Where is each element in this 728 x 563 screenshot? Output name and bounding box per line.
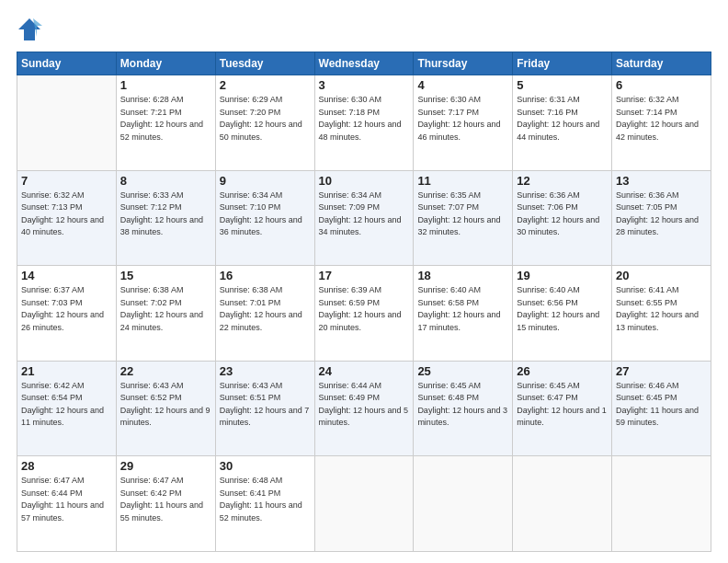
day-info: Sunrise: 6:40 AMSunset: 6:56 PMDaylight:… xyxy=(517,284,608,334)
day-cell: 1Sunrise: 6:28 AMSunset: 7:21 PMDaylight… xyxy=(116,75,215,171)
day-cell xyxy=(17,75,117,171)
day-cell: 6Sunrise: 6:32 AMSunset: 7:14 PMDaylight… xyxy=(612,75,711,171)
day-cell: 17Sunrise: 6:39 AMSunset: 6:59 PMDayligh… xyxy=(314,266,414,362)
week-row-4: 21Sunrise: 6:42 AMSunset: 6:54 PMDayligh… xyxy=(17,361,711,456)
day-cell: 18Sunrise: 6:40 AMSunset: 6:58 PMDayligh… xyxy=(414,266,513,362)
week-row-3: 14Sunrise: 6:37 AMSunset: 7:03 PMDayligh… xyxy=(17,266,711,362)
day-info: Sunrise: 6:30 AMSunset: 7:17 PMDaylight:… xyxy=(417,94,508,144)
day-cell: 28Sunrise: 6:47 AMSunset: 6:44 PMDayligh… xyxy=(17,456,117,552)
day-number: 23 xyxy=(220,364,311,378)
logo-icon xyxy=(17,17,42,42)
day-number: 15 xyxy=(120,269,211,282)
day-cell: 4Sunrise: 6:30 AMSunset: 7:17 PMDaylight… xyxy=(414,75,513,171)
day-cell: 10Sunrise: 6:34 AMSunset: 7:09 PMDayligh… xyxy=(314,170,414,266)
day-info: Sunrise: 6:43 AMSunset: 6:52 PMDaylight:… xyxy=(120,380,211,430)
day-cell: 30Sunrise: 6:48 AMSunset: 6:41 PMDayligh… xyxy=(215,456,314,552)
day-info: Sunrise: 6:41 AMSunset: 6:55 PMDaylight:… xyxy=(616,284,707,334)
page: SundayMondayTuesdayWednesdayThursdayFrid… xyxy=(0,0,728,563)
weekday-header-sunday: Sunday xyxy=(17,52,117,75)
day-info: Sunrise: 6:38 AMSunset: 7:01 PMDaylight:… xyxy=(220,284,311,334)
day-info: Sunrise: 6:36 AMSunset: 7:05 PMDaylight:… xyxy=(616,190,707,239)
day-cell: 29Sunrise: 6:47 AMSunset: 6:42 PMDayligh… xyxy=(116,456,215,552)
day-cell: 5Sunrise: 6:31 AMSunset: 7:16 PMDaylight… xyxy=(513,75,612,171)
day-number: 21 xyxy=(21,364,112,378)
day-cell xyxy=(612,456,711,552)
day-number: 28 xyxy=(21,459,112,473)
day-info: Sunrise: 6:31 AMSunset: 7:16 PMDaylight:… xyxy=(517,94,608,144)
day-cell: 14Sunrise: 6:37 AMSunset: 7:03 PMDayligh… xyxy=(17,266,117,362)
day-cell: 24Sunrise: 6:44 AMSunset: 6:49 PMDayligh… xyxy=(314,361,414,456)
day-number: 19 xyxy=(517,269,608,282)
day-number: 4 xyxy=(417,78,508,92)
weekday-header-friday: Friday xyxy=(513,52,612,75)
day-number: 14 xyxy=(21,269,112,282)
day-number: 26 xyxy=(517,364,608,378)
day-info: Sunrise: 6:35 AMSunset: 7:07 PMDaylight:… xyxy=(417,190,508,239)
week-row-2: 7Sunrise: 6:32 AMSunset: 7:13 PMDaylight… xyxy=(17,170,711,266)
day-number: 16 xyxy=(220,269,311,282)
day-info: Sunrise: 6:43 AMSunset: 6:51 PMDaylight:… xyxy=(220,380,311,430)
day-number: 7 xyxy=(21,174,112,188)
day-number: 12 xyxy=(517,174,608,188)
day-info: Sunrise: 6:46 AMSunset: 6:45 PMDaylight:… xyxy=(616,380,707,430)
day-cell: 21Sunrise: 6:42 AMSunset: 6:54 PMDayligh… xyxy=(17,361,117,456)
day-info: Sunrise: 6:36 AMSunset: 7:06 PMDaylight:… xyxy=(517,190,608,239)
day-info: Sunrise: 6:32 AMSunset: 7:13 PMDaylight:… xyxy=(21,190,112,239)
day-number: 30 xyxy=(220,459,311,473)
day-cell: 25Sunrise: 6:45 AMSunset: 6:48 PMDayligh… xyxy=(414,361,513,456)
day-cell: 26Sunrise: 6:45 AMSunset: 6:47 PMDayligh… xyxy=(513,361,612,456)
day-cell: 3Sunrise: 6:30 AMSunset: 7:18 PMDaylight… xyxy=(314,75,414,171)
day-info: Sunrise: 6:30 AMSunset: 7:18 PMDaylight:… xyxy=(319,94,410,144)
day-number: 8 xyxy=(120,174,211,188)
day-cell: 16Sunrise: 6:38 AMSunset: 7:01 PMDayligh… xyxy=(215,266,314,362)
day-cell: 2Sunrise: 6:29 AMSunset: 7:20 PMDaylight… xyxy=(215,75,314,171)
day-number: 13 xyxy=(616,174,707,188)
day-cell: 22Sunrise: 6:43 AMSunset: 6:52 PMDayligh… xyxy=(116,361,215,456)
day-number: 18 xyxy=(417,269,508,282)
day-number: 11 xyxy=(417,174,508,188)
calendar: SundayMondayTuesdayWednesdayThursdayFrid… xyxy=(17,52,711,552)
day-number: 10 xyxy=(319,174,410,188)
day-number: 1 xyxy=(120,78,211,92)
day-cell: 11Sunrise: 6:35 AMSunset: 7:07 PMDayligh… xyxy=(414,170,513,266)
day-number: 5 xyxy=(517,78,608,92)
week-row-5: 28Sunrise: 6:47 AMSunset: 6:44 PMDayligh… xyxy=(17,456,711,552)
day-cell: 15Sunrise: 6:38 AMSunset: 7:02 PMDayligh… xyxy=(116,266,215,362)
weekday-header-tuesday: Tuesday xyxy=(215,52,314,75)
day-cell: 27Sunrise: 6:46 AMSunset: 6:45 PMDayligh… xyxy=(612,361,711,456)
week-row-1: 1Sunrise: 6:28 AMSunset: 7:21 PMDaylight… xyxy=(17,75,711,171)
day-cell: 13Sunrise: 6:36 AMSunset: 7:05 PMDayligh… xyxy=(612,170,711,266)
day-cell xyxy=(314,456,414,552)
day-info: Sunrise: 6:37 AMSunset: 7:03 PMDaylight:… xyxy=(21,284,112,334)
day-info: Sunrise: 6:34 AMSunset: 7:10 PMDaylight:… xyxy=(220,190,311,239)
day-number: 17 xyxy=(319,269,410,282)
day-info: Sunrise: 6:32 AMSunset: 7:14 PMDaylight:… xyxy=(616,94,707,144)
day-cell: 19Sunrise: 6:40 AMSunset: 6:56 PMDayligh… xyxy=(513,266,612,362)
day-info: Sunrise: 6:28 AMSunset: 7:21 PMDaylight:… xyxy=(120,94,211,144)
day-cell: 12Sunrise: 6:36 AMSunset: 7:06 PMDayligh… xyxy=(513,170,612,266)
weekday-header-thursday: Thursday xyxy=(414,52,513,75)
weekday-header-monday: Monday xyxy=(116,52,215,75)
day-number: 6 xyxy=(616,78,707,92)
day-info: Sunrise: 6:42 AMSunset: 6:54 PMDaylight:… xyxy=(21,380,112,430)
day-info: Sunrise: 6:40 AMSunset: 6:58 PMDaylight:… xyxy=(417,284,508,334)
day-cell: 8Sunrise: 6:33 AMSunset: 7:12 PMDaylight… xyxy=(116,170,215,266)
day-cell: 23Sunrise: 6:43 AMSunset: 6:51 PMDayligh… xyxy=(215,361,314,456)
day-cell: 20Sunrise: 6:41 AMSunset: 6:55 PMDayligh… xyxy=(612,266,711,362)
day-info: Sunrise: 6:38 AMSunset: 7:02 PMDaylight:… xyxy=(120,284,211,334)
day-info: Sunrise: 6:48 AMSunset: 6:41 PMDaylight:… xyxy=(220,475,311,524)
weekday-header-saturday: Saturday xyxy=(612,52,711,75)
weekday-header-wednesday: Wednesday xyxy=(314,52,414,75)
day-cell xyxy=(513,456,612,552)
logo xyxy=(17,17,46,42)
day-info: Sunrise: 6:45 AMSunset: 6:48 PMDaylight:… xyxy=(417,380,508,430)
day-number: 3 xyxy=(319,78,410,92)
day-cell: 7Sunrise: 6:32 AMSunset: 7:13 PMDaylight… xyxy=(17,170,117,266)
day-info: Sunrise: 6:47 AMSunset: 6:44 PMDaylight:… xyxy=(21,475,112,524)
day-number: 25 xyxy=(417,364,508,378)
day-number: 24 xyxy=(319,364,410,378)
day-info: Sunrise: 6:44 AMSunset: 6:49 PMDaylight:… xyxy=(319,380,410,430)
day-info: Sunrise: 6:34 AMSunset: 7:09 PMDaylight:… xyxy=(319,190,410,239)
day-number: 2 xyxy=(220,78,311,92)
day-cell xyxy=(414,456,513,552)
